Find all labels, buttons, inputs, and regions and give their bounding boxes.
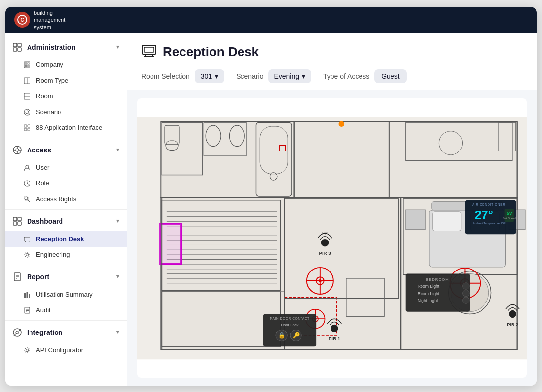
svg-rect-20 bbox=[28, 128, 30, 131]
sidebar-item-room[interactable]: Room bbox=[5, 89, 127, 104]
svg-rect-44 bbox=[24, 293, 26, 298]
sidebar-header-dashboard[interactable]: Dashboard ▾ bbox=[5, 211, 127, 231]
divider-1 bbox=[5, 138, 127, 138]
svg-rect-8 bbox=[28, 63, 29, 64]
audit-label: Audit bbox=[36, 306, 51, 314]
audit-icon bbox=[23, 306, 31, 314]
role-icon bbox=[23, 180, 31, 187]
sidebar-item-application-interface[interactable]: 88 Application Interface bbox=[5, 120, 127, 136]
scenario-group: Scenario Evening ▾ bbox=[236, 69, 311, 83]
report-chevron: ▾ bbox=[116, 273, 119, 280]
svg-point-39 bbox=[26, 253, 29, 256]
engineering-icon bbox=[23, 251, 31, 259]
sidebar-item-access-rights[interactable]: Access Rights bbox=[5, 191, 127, 207]
room-selection-label: Room Selection bbox=[141, 72, 190, 80]
integration-label: Integration bbox=[27, 329, 62, 336]
logo-text: building management system bbox=[34, 9, 65, 30]
sidebar-item-reception-desk[interactable]: Reception Desk bbox=[5, 231, 127, 247]
sidebar: Administration ▾ Company Room Type bbox=[5, 33, 127, 386]
svg-point-123 bbox=[319, 279, 322, 282]
svg-text:🔒: 🔒 bbox=[278, 332, 286, 338]
svg-point-16 bbox=[26, 111, 29, 114]
svg-text:Room Light: Room Light bbox=[418, 284, 440, 289]
sidebar-header-integration[interactable]: Integration ▾ bbox=[5, 323, 127, 342]
sidebar-section-dashboard: Dashboard ▾ Reception Desk Engineering bbox=[5, 211, 127, 263]
svg-rect-34 bbox=[13, 222, 17, 225]
svg-text:5V: 5V bbox=[507, 211, 512, 215]
sidebar-header-administration[interactable]: Administration ▾ bbox=[5, 37, 127, 57]
sidebar-section-integration: Integration ▾ API Configurator bbox=[5, 323, 127, 358]
sidebar-section-access: Access ▾ User Role bbox=[5, 140, 127, 207]
svg-rect-19 bbox=[24, 128, 27, 131]
svg-rect-57 bbox=[144, 47, 154, 52]
svg-rect-63 bbox=[294, 121, 389, 198]
user-icon bbox=[23, 164, 31, 172]
sidebar-section-administration: Administration ▾ Company Room Type bbox=[5, 37, 127, 136]
svg-rect-18 bbox=[28, 125, 30, 127]
scenario-select[interactable]: Evening ▾ bbox=[268, 69, 311, 83]
logo-area: C building management system bbox=[14, 9, 65, 30]
svg-rect-45 bbox=[27, 292, 28, 298]
access-rights-label: Access Rights bbox=[36, 195, 76, 203]
svg-text:PIR 2: PIR 2 bbox=[507, 321, 518, 327]
page-title-row: Reception Desk bbox=[141, 42, 523, 61]
sidebar-header-access[interactable]: Access ▾ bbox=[5, 140, 127, 160]
svg-rect-2 bbox=[13, 43, 17, 47]
sidebar-item-utilisation-summary[interactable]: Utilisation Summary bbox=[5, 287, 127, 302]
room-selection-value: 301 bbox=[201, 72, 212, 80]
sidebar-item-role[interactable]: Role bbox=[5, 176, 127, 191]
room-selection-chevron: ▾ bbox=[215, 72, 218, 80]
content-area: Reception Desk Room Selection 301 ▾ Scen… bbox=[127, 33, 537, 386]
svg-rect-46 bbox=[29, 294, 30, 298]
svg-point-141 bbox=[339, 121, 345, 127]
dashboard-chevron: ▾ bbox=[116, 218, 119, 224]
svg-text:AIR CONDITIONER: AIR CONDITIONER bbox=[472, 203, 506, 206]
svg-point-135 bbox=[321, 239, 329, 246]
svg-point-145 bbox=[463, 282, 470, 289]
scenario-chevron: ▾ bbox=[302, 72, 305, 80]
svg-text:Set Speed: Set Speed bbox=[503, 217, 516, 220]
room-label: Room bbox=[36, 92, 53, 100]
sidebar-item-room-type[interactable]: Room Type bbox=[5, 73, 127, 89]
application-interface-icon bbox=[23, 124, 31, 132]
svg-point-22 bbox=[16, 149, 19, 151]
svg-text:BEDROOM: BEDROOM bbox=[426, 277, 449, 281]
svg-point-139 bbox=[509, 310, 516, 317]
svg-point-147 bbox=[463, 290, 470, 297]
svg-rect-32 bbox=[13, 217, 17, 221]
logo-icon: C bbox=[14, 12, 30, 28]
sidebar-item-user[interactable]: User bbox=[5, 160, 127, 176]
floor-plan-svg: ☞ PIR 3 PIR 1 bbox=[137, 98, 527, 378]
sidebar-item-engineering[interactable]: Engineering bbox=[5, 247, 127, 263]
sidebar-item-audit[interactable]: Audit bbox=[5, 302, 127, 318]
svg-rect-17 bbox=[24, 125, 27, 127]
svg-text:PIR 1: PIR 1 bbox=[329, 335, 341, 341]
svg-text:Ambient Temperature 25F: Ambient Temperature 25F bbox=[473, 221, 506, 224]
sidebar-item-company[interactable]: Company bbox=[5, 57, 127, 73]
svg-rect-35 bbox=[18, 222, 21, 225]
report-label: Report bbox=[27, 273, 49, 281]
type-of-access-value: Guest bbox=[374, 69, 406, 83]
floor-plan-area: ☞ PIR 3 PIR 1 bbox=[127, 90, 537, 386]
svg-rect-9 bbox=[25, 65, 27, 67]
page-title-icon bbox=[141, 42, 157, 61]
application-interface-label: 88 Application Interface bbox=[36, 124, 102, 131]
sidebar-item-api-configurator[interactable]: API Configurator bbox=[5, 342, 127, 358]
main-layout: Administration ▾ Company Room Type bbox=[5, 33, 537, 386]
svg-point-29 bbox=[25, 197, 28, 200]
svg-text:Night Light: Night Light bbox=[418, 298, 438, 303]
reception-desk-label: Reception Desk bbox=[36, 235, 84, 242]
scenario-icon bbox=[23, 108, 31, 116]
dashboard-label: Dashboard bbox=[27, 217, 63, 225]
scenario-label: Scenario bbox=[36, 108, 61, 116]
sidebar-item-scenario[interactable]: Scenario bbox=[5, 104, 127, 120]
company-label: Company bbox=[36, 61, 63, 68]
utilisation-summary-icon bbox=[23, 291, 31, 299]
engineering-label: Engineering bbox=[36, 251, 70, 258]
svg-rect-36 bbox=[24, 237, 30, 241]
type-of-access-label: Type of Access bbox=[323, 72, 369, 80]
user-label: User bbox=[36, 164, 49, 171]
scenario-label: Scenario bbox=[236, 72, 263, 80]
sidebar-header-report[interactable]: Report ▾ bbox=[5, 267, 127, 287]
room-selection-select[interactable]: 301 ▾ bbox=[195, 69, 224, 83]
